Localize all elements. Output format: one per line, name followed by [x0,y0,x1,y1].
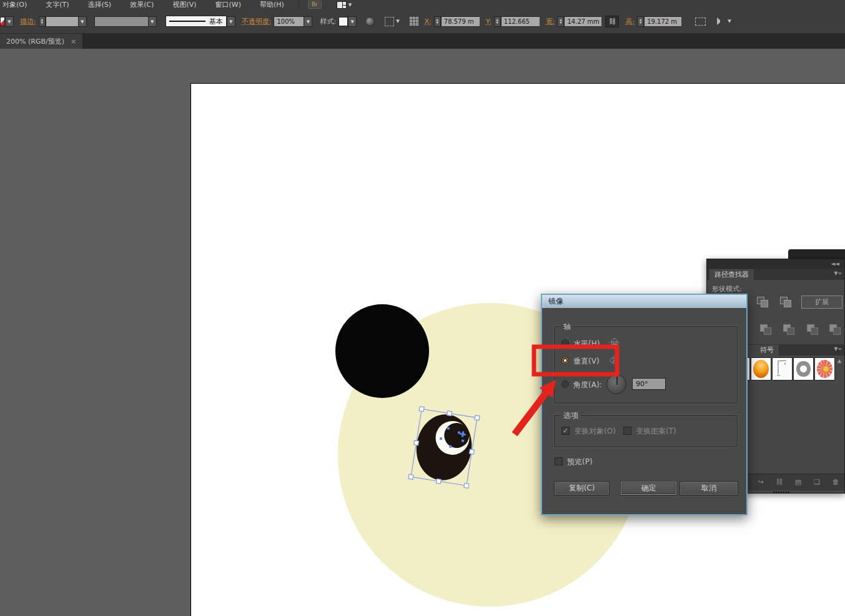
angle-input[interactable]: 90° [632,378,666,390]
symbols-panel-menu-icon[interactable]: ▼≡ [834,346,842,352]
menu-view[interactable]: 视图(V) [163,0,205,9]
break-link-icon[interactable]: ⛓ [774,478,784,487]
brush-stroke-preview [169,21,205,22]
ok-button[interactable]: 确定 [620,481,677,495]
width-field[interactable]: 14.27 mm [564,16,601,27]
close-icon[interactable]: × [71,37,76,46]
brush-dropdown-icon[interactable]: ▼ [227,16,235,27]
panel-resize-gripper[interactable] [773,492,791,494]
crop-icon[interactable] [829,324,842,335]
recolor-artwork-icon[interactable] [365,17,375,26]
menu-effect[interactable]: 效果(C) [121,0,163,9]
panel-menu-icon[interactable]: ▼≡ [834,271,842,276]
radio-horizontal[interactable] [561,339,569,347]
pathfinder-tab-row: 路径查找器 ▼≡ [707,269,844,280]
reflect-horizontal-icon [608,337,621,348]
expand-button[interactable]: 扩展 [801,296,843,309]
y-label[interactable]: Y: [486,17,492,26]
fill-dropdown-icon[interactable]: ▼ [5,16,14,27]
angle-dial[interactable] [606,374,626,394]
menu-help[interactable]: 帮助(H) [250,0,294,9]
align-panel-icon[interactable] [410,17,418,26]
y-stepper[interactable]: ▲▼ [494,16,501,27]
unite-icon[interactable] [757,297,769,308]
x-label[interactable]: X: [425,17,432,26]
menu-type[interactable]: 文字(T) [36,0,78,9]
style-label: 样式: [320,17,336,26]
stroke-weight-dropdown-icon[interactable]: ▼ [78,16,87,27]
variable-width-field[interactable] [94,16,148,27]
height-stepper[interactable]: ▲▼ [637,16,644,27]
radio-horizontal-label[interactable]: 水平(H) [573,339,600,349]
black-circle[interactable] [335,304,429,398]
merge-icon[interactable] [807,324,819,335]
x-stepper[interactable]: ▲▼ [434,16,441,27]
y-field[interactable]: 112.665 [501,16,540,27]
menu-object[interactable]: 对象(O) [0,0,36,9]
collapse-panel-icon[interactable]: ◄◄ [831,261,839,267]
transform-patterns-label[interactable]: 变换图案(T) [636,426,676,437]
width-stepper[interactable]: ▲▼ [557,16,564,27]
symbol-options-icon[interactable]: ▤ [793,478,803,487]
transform-objects-label[interactable]: 变换对象(O) [574,426,616,437]
scroll-up-icon[interactable]: ▲ [838,358,841,364]
radio-vertical-label[interactable]: 垂直(V) [573,356,600,367]
opacity-field[interactable]: 100% [274,16,304,27]
transform-patterns-checkbox[interactable] [623,427,631,435]
preview-label[interactable]: 预览(P) [567,457,593,467]
brush-definition-value: 基本 [209,17,223,26]
shape-modes-label: 形状模式: [712,284,742,294]
tab-symbols[interactable]: 符号 [755,345,779,355]
arrange-documents-icon[interactable] [337,1,347,9]
opacity-dropdown-icon[interactable]: ▼ [304,16,312,27]
radio-angle[interactable] [561,380,569,388]
transform-icon[interactable] [695,17,706,26]
height-label[interactable]: 高: [625,17,635,26]
stroke-weight-stepper[interactable]: ▲▼ [39,16,46,27]
constrain-proportions-icon[interactable]: ⛓ [605,16,619,27]
brush-definition-field[interactable]: 基本 [166,16,227,27]
opacity-label[interactable]: 不透明度: [242,17,272,26]
minus-front-icon[interactable] [780,297,793,308]
variable-width-dropdown-icon[interactable]: ▼ [148,16,157,27]
transform-objects-checkbox[interactable]: ✓ [561,427,570,435]
document-tab[interactable]: 200% (RGB/预览) × [0,34,82,49]
radio-vertical[interactable] [561,357,569,364]
more-options-dropdown-icon[interactable]: ▼ [728,19,731,24]
radio-angle-label[interactable]: 角度(A): [573,380,602,390]
delete-symbol-icon[interactable]: 🗑 [831,478,841,487]
illustrator-window: 对象(O) 文字(T) 选择(S) 效果(C) 视图(V) 窗口(W) 帮助(H… [0,0,845,616]
new-symbol-icon[interactable]: ❏ [812,478,822,487]
symbol-orange-ball[interactable] [751,357,771,380]
tab-pathfinder[interactable]: 路径查找器 [709,269,754,280]
copy-button[interactable]: 复制(C) [554,481,610,495]
style-dropdown-icon[interactable]: ▼ [348,16,357,27]
symbol-flower[interactable] [814,357,835,380]
collapsed-panel-tab[interactable] [788,249,845,259]
width-label[interactable]: 宽: [546,17,555,26]
divide-icon[interactable] [760,324,773,335]
dialog-title-bar[interactable]: 镜像 [542,295,746,308]
cancel-button[interactable]: 取消 [679,481,738,495]
symbol-puff-ring[interactable] [793,357,814,380]
x-field[interactable]: 78.579 m [441,16,480,27]
place-symbol-icon[interactable]: ↪ [756,478,766,487]
panel-header: ◄◄ [707,259,844,269]
select-similar-dropdown-icon[interactable]: ▼ [396,19,399,24]
preview-checkbox[interactable] [555,457,563,465]
trim-icon[interactable] [783,324,796,335]
menu-window[interactable]: 窗口(W) [206,0,250,9]
fill-swatch[interactable] [0,17,5,26]
stroke-label[interactable]: 描边: [20,17,36,26]
bridge-button[interactable]: Br [308,1,322,9]
shape-properties-icon[interactable] [717,17,726,25]
style-swatch[interactable] [338,17,348,26]
symbol-sketch[interactable] [772,357,793,380]
menu-select[interactable]: 选择(S) [79,0,121,9]
axis-legend: 轴 [561,322,573,332]
reflect-vertical-icon [608,355,621,365]
chevron-down-icon[interactable]: ▼ [348,2,352,7]
stroke-weight-field[interactable] [46,16,78,27]
select-similar-icon[interactable] [385,17,394,26]
height-field[interactable]: 19.172 m [644,16,681,27]
